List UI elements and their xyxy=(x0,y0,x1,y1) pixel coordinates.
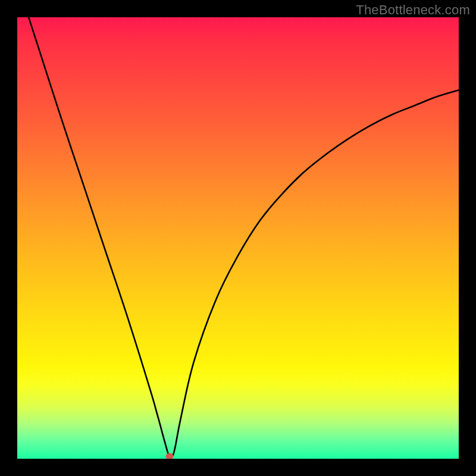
plot-area xyxy=(17,17,459,459)
chart-frame: TheBottleneck.com xyxy=(0,0,476,476)
watermark-text: TheBottleneck.com xyxy=(356,2,470,18)
minimum-marker xyxy=(165,453,173,459)
curve-svg xyxy=(17,17,459,459)
bottleneck-curve xyxy=(17,17,459,458)
